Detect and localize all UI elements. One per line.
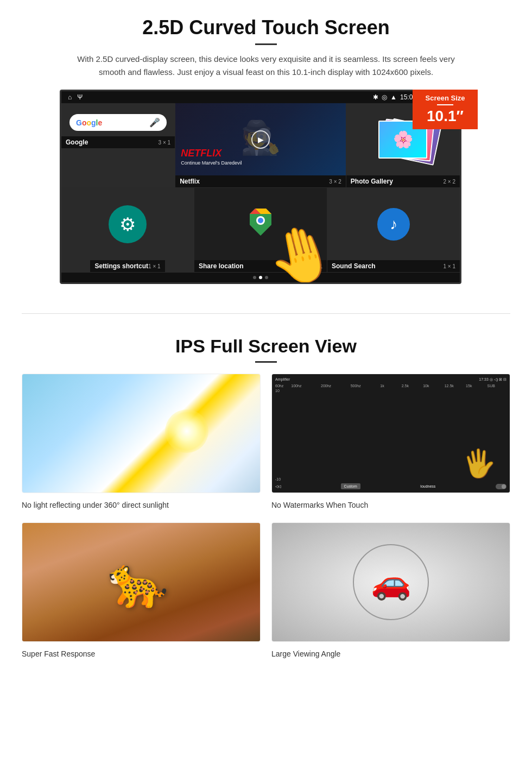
settings-cell[interactable]: ⚙ Settings shortcut 1 × 1 bbox=[61, 188, 194, 272]
ips-title-divider bbox=[255, 361, 277, 363]
amplifier-visual: Amplifier 17:33 ◎ ◁) ⊠ ⊟ 60hz100hz200hz5… bbox=[272, 374, 510, 493]
google-logo: Google bbox=[76, 118, 102, 127]
screen-size-badge: Screen Size 10.1″ bbox=[413, 90, 478, 129]
dot-1 bbox=[253, 276, 256, 279]
amp-custom-button[interactable]: Custom bbox=[341, 483, 360, 489]
android-screen: ⌂ Ψ ✱ ◎ ▲ 15:06 ⬚ ◁) ⊠ ⊟ bbox=[60, 90, 461, 284]
amp-eq-bars: 🖐 bbox=[275, 394, 506, 476]
share-location-cell[interactable]: 🤚 Share location 1 × 1 bbox=[194, 188, 327, 272]
sunlight-caption: No light reflecting under 360° direct su… bbox=[22, 499, 261, 512]
photo-label-bar: Photo Gallery 2 × 2 bbox=[346, 175, 460, 187]
section1-title: 2.5D Curved Touch Screen bbox=[33, 16, 499, 39]
curved-touch-section: 2.5D Curved Touch Screen With 2.5D curve… bbox=[0, 0, 532, 297]
dot-2 bbox=[259, 276, 262, 279]
wifi-icon: ▲ bbox=[390, 93, 397, 101]
netflix-app-cell[interactable]: 🕵 ▶ NETFLIX Continue Marvel's Daredevil … bbox=[175, 103, 346, 187]
mic-icon[interactable]: 🎤 bbox=[149, 117, 160, 128]
title-divider bbox=[255, 43, 277, 45]
netflix-size: 3 × 2 bbox=[329, 179, 341, 185]
car-caption: Large Viewing Angle bbox=[271, 647, 510, 660]
google-app-cell[interactable]: Google 🎤 Google 3 × 1 bbox=[61, 103, 175, 187]
sound-icon-circle: ♪ bbox=[377, 208, 410, 241]
badge-label: Screen Size bbox=[418, 94, 472, 102]
section2-title: IPS Full Screen View bbox=[22, 336, 510, 357]
sound-search-cell[interactable]: ♪ Sound Search 1 × 1 bbox=[327, 188, 460, 272]
amp-freq-labels: 60hz100hz200hz500hz1k2.5k10k12.5k15kSUB bbox=[275, 384, 506, 388]
dot-3 bbox=[265, 276, 268, 279]
share-content: 🤚 bbox=[194, 188, 327, 260]
touch-hand-amp: 🖐 bbox=[461, 446, 497, 480]
amp-loudness-label: loudness bbox=[420, 484, 435, 488]
svg-point-4 bbox=[258, 218, 263, 223]
app-row-1: Google 🎤 Google 3 × 1 🕵 ▶ NETFLIX bbox=[61, 103, 460, 188]
car-visual: 🚗 bbox=[272, 523, 510, 641]
usb-icon: Ψ bbox=[77, 93, 83, 101]
section-divider-line bbox=[22, 313, 510, 314]
netflix-content: 🕵 ▶ NETFLIX Continue Marvel's Daredevil bbox=[175, 103, 346, 175]
cheetah-caption: Super Fast Response bbox=[22, 647, 261, 660]
sound-label-bar: Sound Search 1 × 1 bbox=[327, 260, 460, 272]
share-label: Share location bbox=[199, 262, 244, 270]
app-row-2: ⚙ Settings shortcut 1 × 1 bbox=[61, 188, 460, 273]
features-grid: No light reflecting under 360° direct su… bbox=[22, 374, 510, 660]
sunlight-image bbox=[22, 374, 261, 493]
bluetooth-icon: ✱ bbox=[373, 93, 378, 101]
play-button[interactable]: ▶ bbox=[251, 130, 270, 149]
netflix-label: Netflix bbox=[180, 178, 200, 185]
cheetah-feature: 🐆 Super Fast Response bbox=[22, 522, 261, 660]
settings-icon-wrap: ⚙ bbox=[109, 188, 147, 260]
settings-label-bar: Settings shortcut 1 × 1 bbox=[90, 260, 164, 272]
google-label: Google bbox=[66, 138, 88, 146]
sunlight-visual bbox=[22, 374, 260, 493]
cheetah-emoji: 🐆 bbox=[107, 554, 168, 611]
settings-size: 1 × 1 bbox=[148, 263, 161, 269]
section1-description: With 2.5D curved-display screen, this de… bbox=[76, 53, 456, 79]
status-bar: ⌂ Ψ ✱ ◎ ▲ 15:06 ⬚ ◁) ⊠ ⊟ bbox=[61, 91, 460, 103]
cheetah-image: 🐆 bbox=[22, 522, 261, 642]
sound-icon-wrap: ♪ bbox=[327, 188, 460, 260]
settings-icon-circle: ⚙ bbox=[109, 205, 147, 243]
amp-nav-left: ◁◁ bbox=[275, 484, 281, 489]
photo-size: 2 × 2 bbox=[443, 179, 455, 185]
status-bar-left: ⌂ Ψ bbox=[68, 93, 83, 101]
settings-label: Settings shortcut bbox=[94, 262, 148, 270]
netflix-subtitle: Continue Marvel's Daredevil bbox=[181, 160, 242, 166]
amp-toggle-switch[interactable] bbox=[496, 484, 506, 489]
car-feature: 🚗 Large Viewing Angle bbox=[271, 522, 510, 660]
google-label-bar: Google 3 × 1 bbox=[61, 136, 175, 148]
amplifier-feature: Amplifier 17:33 ◎ ◁) ⊠ ⊟ 60hz100hz200hz5… bbox=[271, 374, 510, 512]
gps-icon: ◎ bbox=[382, 93, 387, 101]
car-circle: 🚗 bbox=[353, 544, 429, 620]
device-mockup: Screen Size 10.1″ ⌂ Ψ ✱ ◎ ▲ 15:06 ⬚ ◁) bbox=[60, 90, 472, 284]
amp-footer: ◁◁ Custom loudness bbox=[275, 483, 506, 489]
badge-size: 10.1″ bbox=[418, 108, 472, 125]
badge-divider bbox=[437, 104, 453, 105]
photo-label: Photo Gallery bbox=[351, 178, 393, 185]
car-image: 🚗 bbox=[271, 522, 510, 642]
amp-scale-top: 10 bbox=[275, 389, 506, 393]
sound-size: 1 × 1 bbox=[443, 263, 455, 269]
amplifier-image: Amplifier 17:33 ◎ ◁) ⊠ ⊟ 60hz100hz200hz5… bbox=[271, 374, 510, 493]
sun-burst bbox=[165, 409, 208, 453]
ips-section: IPS Full Screen View No light reflecting… bbox=[0, 330, 532, 677]
amp-title: Amplifier bbox=[275, 377, 290, 382]
netflix-label-bar: Netflix 3 × 2 bbox=[175, 175, 346, 187]
netflix-logo: NETFLIX bbox=[181, 148, 221, 159]
amp-time: 17:33 ◎ ◁) ⊠ ⊟ bbox=[479, 377, 506, 382]
sunlight-feature: No light reflecting under 360° direct su… bbox=[22, 374, 261, 512]
page-dots bbox=[61, 273, 460, 282]
cheetah-visual: 🐆 bbox=[22, 523, 260, 641]
google-size: 3 × 1 bbox=[159, 140, 171, 146]
car-body: 🚗 bbox=[371, 563, 411, 602]
amplifier-caption: No Watermarks When Touch bbox=[271, 499, 510, 512]
amp-toggle-circle bbox=[502, 484, 506, 489]
google-search-bar[interactable]: Google 🎤 bbox=[69, 114, 167, 131]
amp-header: Amplifier 17:33 ◎ ◁) ⊠ ⊟ bbox=[275, 377, 506, 382]
home-icon[interactable]: ⌂ bbox=[68, 93, 72, 101]
